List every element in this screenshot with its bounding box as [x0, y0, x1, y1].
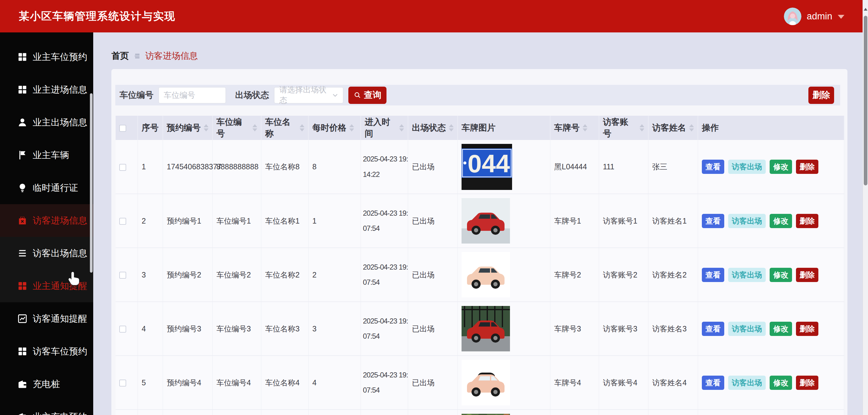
sort-carets-icon[interactable] [349, 124, 354, 131]
view-button[interactable]: 查看 [702, 160, 724, 174]
bulb-icon [17, 183, 28, 193]
avatar[interactable] [784, 7, 801, 25]
cell-enter_time: 2025-04-23 19: 07:54 [361, 302, 408, 356]
delete-button[interactable]: 删除 [796, 214, 818, 228]
column-header-plate_no[interactable]: 车牌号 [550, 116, 599, 140]
cell-visitor_account: 访客账号2 [599, 248, 648, 302]
row-checkbox[interactable] [119, 272, 126, 279]
column-header-exit_status[interactable]: 出场状态 [408, 116, 458, 140]
visitor-exit-button[interactable]: 访客出场 [728, 160, 766, 174]
delete-button[interactable]: 删除 [796, 376, 818, 390]
select-all-checkbox[interactable] [119, 125, 126, 132]
main-content: 首页 访客进场信息 车位编号 出场状态 请选择出场状态 查询 [93, 32, 863, 415]
sidebar-item-12[interactable]: 业主充电预约 [0, 401, 93, 415]
edit-button[interactable]: 修改 [770, 322, 792, 336]
edit-button[interactable]: 修改 [770, 376, 792, 390]
visitor-exit-button[interactable]: 访客出场 [728, 322, 766, 336]
row-checkbox[interactable] [119, 218, 126, 225]
cell-space_no: 车位编号2 [213, 248, 261, 302]
column-header-label: 预约编号 [167, 122, 200, 134]
page-scrollbar[interactable] [863, 0, 868, 415]
sort-carets-icon[interactable] [252, 124, 257, 131]
column-header-label: 访客账号 [603, 116, 637, 139]
cell-booking_no [163, 410, 213, 415]
search-button[interactable]: 查询 [348, 87, 386, 104]
sidebar-item-4[interactable]: 业主车辆 [0, 139, 93, 172]
column-header-hourly_price[interactable]: 每时价格 [308, 116, 361, 140]
column-header-space_no[interactable]: 车位编号 [213, 116, 261, 140]
column-header-booking_no[interactable]: 预约编号 [163, 116, 213, 140]
breadcrumb-current: 访客进场信息 [145, 50, 198, 62]
edit-button[interactable]: 修改 [770, 214, 792, 228]
visitor-exit-button[interactable]: 访客出场 [728, 376, 766, 390]
cell-exit_status: 已出场 [408, 194, 458, 248]
sidebar-scrollbar-thumb[interactable] [90, 93, 93, 273]
user-menu[interactable]: admin [784, 0, 844, 32]
cell-space_no: 车位编号4 [213, 356, 261, 410]
view-button[interactable]: 查看 [702, 322, 724, 336]
sidebar-item-label: 访客进场信息 [33, 214, 87, 227]
cream-mini-suv-photo[interactable] [462, 360, 510, 405]
column-header-visitor_name[interactable]: 访客姓名 [648, 116, 698, 140]
breadcrumb-home[interactable]: 首页 [112, 50, 129, 62]
svg-text:044: 044 [468, 149, 510, 178]
sidebar-item-5[interactable]: 临时通行证 [0, 172, 93, 204]
blue-license-plate-image[interactable]: 044 [462, 144, 512, 190]
sidebar-item-3[interactable]: 业主出场信息 [0, 106, 93, 139]
sidebar-menu: 业主车位预约业主进场信息业主出场信息业主车辆临时通行证访客进场信息访客出场信息业… [0, 32, 93, 415]
cell-enter_time [361, 410, 408, 415]
red-suv-photo[interactable] [462, 306, 510, 351]
cell-exit_status: 已出场 [408, 302, 458, 356]
page-scrollbar-thumb[interactable] [864, 16, 867, 185]
edit-button[interactable]: 修改 [770, 268, 792, 282]
sidebar: 业主车位预约业主进场信息业主出场信息业主车辆临时通行证访客进场信息访客出场信息业… [0, 32, 93, 415]
edit-button[interactable]: 修改 [770, 160, 792, 174]
view-button[interactable]: 查看 [702, 214, 724, 228]
cream-mini-car-photo[interactable] [462, 252, 510, 297]
sort-carets-icon[interactable] [204, 124, 209, 131]
delete-button[interactable]: 删除 [796, 322, 818, 336]
scrollbar-up-arrow-icon[interactable] [864, 8, 867, 10]
user-icon [17, 117, 28, 127]
sort-carets-icon[interactable] [640, 124, 644, 131]
sidebar-item-6[interactable]: 访客进场信息 [0, 204, 93, 237]
list-icon [17, 248, 28, 258]
row-checkbox[interactable] [119, 326, 126, 333]
sidebar-item-2[interactable]: 业主进场信息 [0, 73, 93, 106]
cell-booking_no: 预约编号1 [163, 194, 213, 248]
column-header-space_name[interactable]: 车位名称 [261, 116, 308, 140]
cell-booking_no: 1745406838377 [163, 140, 213, 194]
cell-seq: 2 [138, 194, 163, 248]
sort-carets-icon[interactable] [300, 124, 305, 131]
sort-carets-icon[interactable] [583, 124, 587, 131]
delete-button[interactable]: 删除 [796, 268, 818, 282]
delete-button[interactable]: 删除 [796, 160, 818, 174]
sort-carets-icon[interactable] [689, 124, 694, 131]
cell-hourly_price: 8 [308, 140, 361, 194]
delete-selected-button[interactable]: 删除 [808, 87, 834, 104]
visitor-exit-button[interactable]: 访客出场 [728, 214, 766, 228]
sidebar-item-9[interactable]: 访客通知提醒 [0, 302, 93, 335]
sidebar-item-7[interactable]: 访客出场信息 [0, 237, 93, 270]
grid-icon [17, 85, 28, 95]
view-button[interactable]: 查看 [702, 376, 724, 390]
space-no-input[interactable] [158, 87, 226, 103]
row-checkbox[interactable] [119, 380, 126, 387]
red-sports-car-photo[interactable] [462, 198, 510, 243]
sidebar-item-10[interactable]: 访客车位预约 [0, 335, 93, 368]
sort-carets-icon[interactable] [399, 124, 404, 131]
column-header-visitor_account[interactable]: 访客账号 [599, 116, 648, 140]
cell-enter_time: 2025-04-23 19: 07:54 [361, 248, 408, 302]
green-scene-photo[interactable] [462, 414, 510, 415]
sort-carets-icon[interactable] [449, 124, 454, 131]
sidebar-item-11[interactable]: 充电桩 [0, 368, 93, 401]
column-header-label: 车牌号 [554, 122, 580, 134]
row-checkbox[interactable] [119, 164, 126, 171]
cell-hourly_price [308, 410, 361, 415]
exit-status-select[interactable]: 请选择出场状态 [274, 87, 343, 103]
cell-plate_no: 车牌号2 [550, 248, 599, 302]
view-button[interactable]: 查看 [702, 268, 724, 282]
column-header-enter_time[interactable]: 进入时间 [361, 116, 408, 140]
sidebar-item-1[interactable]: 业主车位预约 [0, 40, 93, 73]
visitor-exit-button[interactable]: 访客出场 [728, 268, 766, 282]
